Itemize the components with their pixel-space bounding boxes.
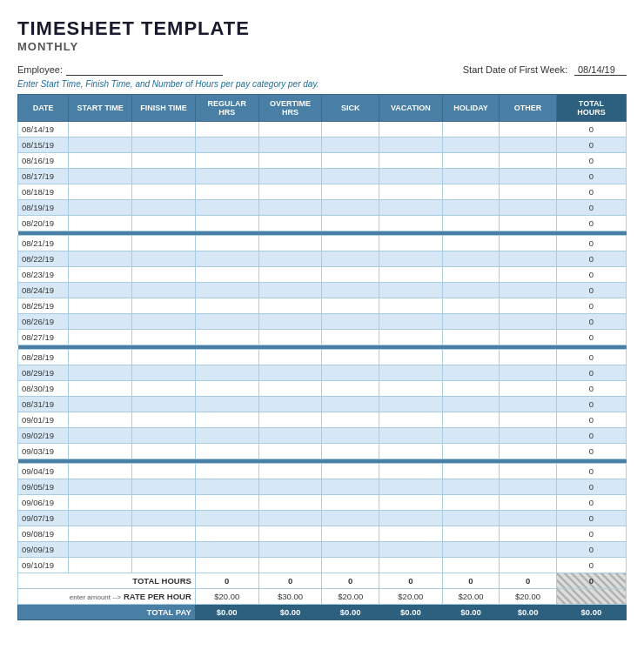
input-cell[interactable] bbox=[195, 495, 258, 511]
input-cell[interactable] bbox=[195, 330, 258, 345]
input-cell[interactable] bbox=[442, 350, 500, 365]
input-cell[interactable] bbox=[379, 330, 442, 345]
input-cell[interactable] bbox=[500, 153, 557, 169]
input-cell[interactable] bbox=[500, 283, 557, 298]
input-cell[interactable] bbox=[132, 251, 196, 267]
input-cell[interactable] bbox=[500, 122, 557, 137]
input-cell[interactable] bbox=[132, 283, 196, 298]
input-cell[interactable] bbox=[500, 397, 557, 412]
total-hours-cell[interactable]: 0 bbox=[556, 122, 626, 137]
total-hours-cell[interactable]: 0 bbox=[556, 251, 626, 267]
input-cell[interactable] bbox=[322, 365, 379, 381]
input-cell[interactable] bbox=[442, 542, 500, 558]
input-cell[interactable] bbox=[132, 267, 196, 283]
input-cell[interactable] bbox=[69, 479, 132, 495]
input-cell[interactable] bbox=[322, 558, 379, 573]
total-hours-cell[interactable]: 0 bbox=[556, 350, 626, 365]
total-hours-cell[interactable]: 0 bbox=[556, 298, 626, 314]
input-cell[interactable] bbox=[195, 542, 258, 558]
input-cell[interactable] bbox=[500, 464, 557, 479]
total-hours-cell[interactable]: 0 bbox=[556, 397, 626, 412]
input-cell[interactable] bbox=[379, 365, 442, 381]
input-cell[interactable] bbox=[322, 314, 379, 330]
input-cell[interactable] bbox=[500, 236, 557, 251]
input-cell[interactable] bbox=[379, 314, 442, 330]
input-cell[interactable] bbox=[69, 558, 132, 573]
input-cell[interactable] bbox=[132, 511, 196, 526]
input-cell[interactable] bbox=[132, 479, 196, 495]
input-cell[interactable] bbox=[500, 511, 557, 526]
input-cell[interactable] bbox=[195, 350, 258, 365]
input-cell[interactable] bbox=[442, 428, 500, 444]
input-cell[interactable] bbox=[132, 200, 196, 216]
input-cell[interactable] bbox=[442, 412, 500, 428]
input-cell[interactable] bbox=[500, 314, 557, 330]
input-cell[interactable] bbox=[132, 428, 196, 444]
input-cell[interactable] bbox=[379, 397, 442, 412]
input-cell[interactable] bbox=[379, 444, 442, 459]
input-cell[interactable] bbox=[69, 428, 132, 444]
input-cell[interactable] bbox=[258, 412, 322, 428]
total-hours-cell[interactable]: 0 bbox=[556, 495, 626, 511]
input-cell[interactable] bbox=[258, 169, 322, 184]
input-cell[interactable] bbox=[195, 153, 258, 169]
total-hours-cell[interactable]: 0 bbox=[556, 330, 626, 345]
input-cell[interactable] bbox=[132, 558, 196, 573]
input-cell[interactable] bbox=[195, 122, 258, 137]
input-cell[interactable] bbox=[442, 267, 500, 283]
input-cell[interactable] bbox=[442, 330, 500, 345]
total-hours-cell[interactable]: 0 bbox=[556, 169, 626, 184]
total-hours-cell[interactable]: 0 bbox=[556, 464, 626, 479]
total-hours-cell[interactable]: 0 bbox=[556, 365, 626, 381]
input-cell[interactable] bbox=[195, 479, 258, 495]
input-cell[interactable] bbox=[322, 350, 379, 365]
input-cell[interactable] bbox=[322, 397, 379, 412]
input-cell[interactable] bbox=[500, 350, 557, 365]
input-cell[interactable] bbox=[322, 479, 379, 495]
input-cell[interactable] bbox=[322, 153, 379, 169]
total-hours-cell[interactable]: 0 bbox=[556, 526, 626, 542]
input-cell[interactable] bbox=[379, 122, 442, 137]
input-cell[interactable] bbox=[379, 511, 442, 526]
input-cell[interactable] bbox=[500, 216, 557, 231]
input-cell[interactable] bbox=[379, 479, 442, 495]
input-cell[interactable] bbox=[322, 298, 379, 314]
input-cell[interactable] bbox=[258, 122, 322, 137]
input-cell[interactable] bbox=[379, 267, 442, 283]
input-cell[interactable] bbox=[258, 542, 322, 558]
input-cell[interactable] bbox=[195, 526, 258, 542]
input-cell[interactable] bbox=[442, 381, 500, 397]
input-cell[interactable] bbox=[379, 428, 442, 444]
input-cell[interactable] bbox=[258, 251, 322, 267]
input-cell[interactable] bbox=[442, 558, 500, 573]
input-cell[interactable] bbox=[132, 314, 196, 330]
input-cell[interactable] bbox=[258, 314, 322, 330]
input-cell[interactable] bbox=[132, 495, 196, 511]
input-cell[interactable] bbox=[69, 330, 132, 345]
input-cell[interactable] bbox=[258, 184, 322, 200]
input-cell[interactable] bbox=[322, 330, 379, 345]
total-hours-cell[interactable]: 0 bbox=[556, 267, 626, 283]
input-cell[interactable] bbox=[442, 444, 500, 459]
input-cell[interactable] bbox=[500, 184, 557, 200]
input-cell[interactable] bbox=[69, 314, 132, 330]
input-cell[interactable] bbox=[195, 314, 258, 330]
input-cell[interactable] bbox=[132, 122, 196, 137]
total-hours-cell[interactable]: 0 bbox=[556, 542, 626, 558]
input-cell[interactable] bbox=[322, 216, 379, 231]
input-cell[interactable] bbox=[132, 330, 196, 345]
input-cell[interactable] bbox=[442, 526, 500, 542]
input-cell[interactable] bbox=[132, 526, 196, 542]
input-cell[interactable] bbox=[442, 122, 500, 137]
input-cell[interactable] bbox=[500, 444, 557, 459]
input-cell[interactable] bbox=[258, 444, 322, 459]
input-cell[interactable] bbox=[379, 169, 442, 184]
input-cell[interactable] bbox=[442, 184, 500, 200]
input-cell[interactable] bbox=[322, 251, 379, 267]
input-cell[interactable] bbox=[442, 314, 500, 330]
input-cell[interactable] bbox=[379, 381, 442, 397]
input-cell[interactable] bbox=[500, 428, 557, 444]
input-cell[interactable] bbox=[69, 267, 132, 283]
input-cell[interactable] bbox=[258, 267, 322, 283]
input-cell[interactable] bbox=[69, 251, 132, 267]
